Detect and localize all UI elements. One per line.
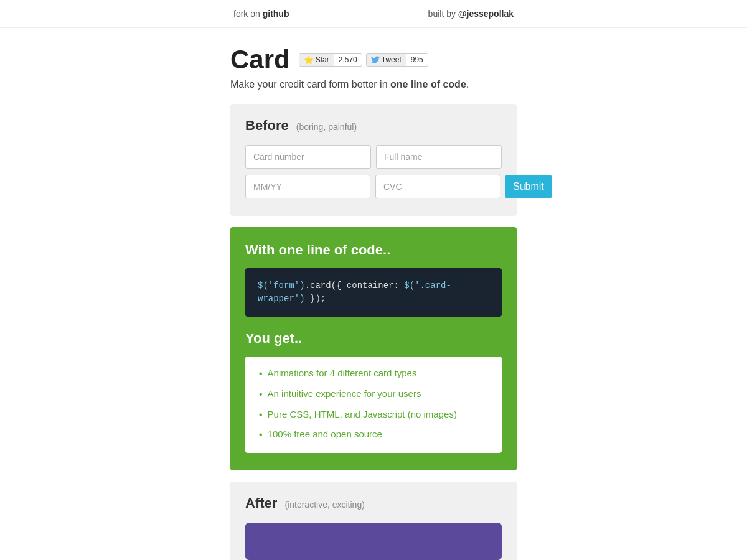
bullet-1: • [259,368,263,381]
card-form: Submit [245,145,502,198]
feature-item-1: • Animations for 4 different card types [259,368,488,381]
bullet-4: • [259,429,263,442]
tweet-button[interactable]: Tweet [367,54,406,66]
cvc-input[interactable] [375,175,500,198]
star-count: 2,570 [334,55,362,64]
top-nav: fork on github built by @jessepollak [0,0,747,28]
you-get-heading: You get.. [245,330,502,347]
before-heading: Before (boring, painful) [245,118,502,134]
submit-button[interactable]: Submit [505,175,552,198]
code-method: .card({ [305,281,342,291]
code-block: $('form').card({ container: $('.card-wra… [245,268,502,317]
feature-item-4: • 100% free and open source [259,429,488,442]
code-form-selector: $('form') [258,281,305,291]
after-card-visual [245,523,502,560]
card-form-bottom-row: Submit [245,175,502,198]
fork-link[interactable]: fork on github [233,9,289,19]
features-box: • Animations for 4 different card types … [245,357,502,453]
bullet-3: • [259,409,263,422]
page-title: Card [230,47,290,73]
tweet-count: 995 [406,55,428,64]
twitter-icon [371,55,380,64]
expiry-input[interactable] [245,175,370,198]
after-heading: After (interactive, exciting) [245,495,502,511]
title-row: Card ⭐ Star 2,570 Tweet 995 [230,47,517,73]
one-line-heading: With one line of code.. [245,242,502,258]
tweet-badge[interactable]: Tweet 995 [366,53,428,67]
after-sub-label: (interactive, exciting) [284,500,364,510]
after-section: After (interactive, exciting) [230,482,517,560]
after-preview [245,523,502,560]
github-star-badge[interactable]: ⭐ Star 2,570 [299,53,362,67]
star-button[interactable]: ⭐ Star [299,54,334,66]
github-link[interactable]: github [263,9,289,19]
bullet-2: • [259,388,263,401]
feature-item-2: • An intuitive experience for your users [259,388,488,401]
badge-row: ⭐ Star 2,570 Tweet 995 [299,53,428,67]
feature-item-3: • Pure CSS, HTML, and Javascript (no ima… [259,409,488,422]
full-name-input[interactable] [376,145,502,169]
author-link[interactable]: @jessepollak [458,9,514,19]
features-list: • Animations for 4 different card types … [259,368,488,442]
main-content: Card ⭐ Star 2,570 Tweet 995 [230,28,517,560]
subtitle: Make your credit card form better in one… [230,79,517,90]
card-number-input[interactable] [245,145,371,169]
card-form-top-row [245,145,502,169]
octocat-icon: ⭐ [304,55,314,65]
before-section: Before (boring, painful) Submit [230,104,517,216]
built-by: built by @jessepollak [428,9,514,19]
green-section: With one line of code.. $('form').card({… [230,227,517,470]
before-sub-label: (boring, painful) [296,122,357,132]
